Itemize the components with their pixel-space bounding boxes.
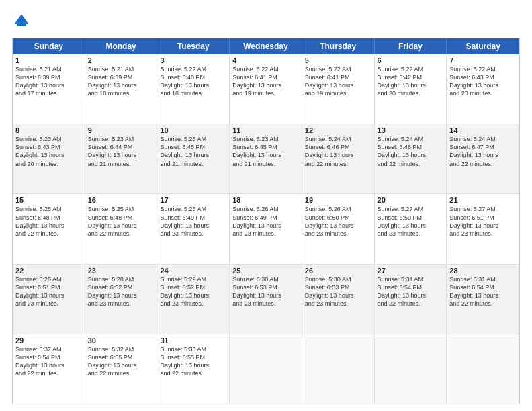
day-info: Sunrise: 5:26 AM Sunset: 6:50 PM Dayligh… [305, 205, 371, 238]
day-number: 20 [378, 196, 444, 204]
calendar-body: 1Sunrise: 5:21 AM Sunset: 6:39 PM Daylig… [13, 54, 519, 404]
day-number: 8 [15, 126, 82, 134]
page: SundayMondayTuesdayWednesdayThursdayFrid… [0, 0, 532, 411]
day-number: 5 [305, 56, 371, 64]
calendar-cell: 16Sunrise: 5:25 AM Sunset: 6:48 PM Dayli… [85, 194, 158, 263]
day-number: 18 [232, 196, 299, 204]
calendar-cell: 10Sunrise: 5:23 AM Sunset: 6:45 PM Dayli… [157, 124, 230, 193]
header-day-sunday: Sunday [13, 38, 85, 54]
day-info: Sunrise: 5:21 AM Sunset: 6:39 PM Dayligh… [15, 65, 82, 98]
day-number: 28 [449, 267, 517, 275]
calendar-cell: 26Sunrise: 5:30 AM Sunset: 6:53 PM Dayli… [302, 265, 375, 334]
calendar-cell: 6Sunrise: 5:22 AM Sunset: 6:42 PM Daylig… [375, 54, 447, 124]
calendar-cell: 24Sunrise: 5:29 AM Sunset: 6:52 PM Dayli… [157, 265, 230, 334]
calendar-cell: 9Sunrise: 5:23 AM Sunset: 6:44 PM Daylig… [85, 124, 158, 193]
calendar-row: 22Sunrise: 5:28 AM Sunset: 6:51 PM Dayli… [13, 264, 519, 334]
logo [12, 12, 34, 31]
day-number: 16 [88, 196, 154, 204]
day-info: Sunrise: 5:28 AM Sunset: 6:52 PM Dayligh… [88, 275, 154, 308]
day-info: Sunrise: 5:23 AM Sunset: 6:43 PM Dayligh… [15, 135, 82, 168]
day-info: Sunrise: 5:32 AM Sunset: 6:54 PM Dayligh… [15, 345, 82, 378]
calendar: SundayMondayTuesdayWednesdayThursdayFrid… [12, 38, 520, 404]
calendar-cell: 4Sunrise: 5:22 AM Sunset: 6:41 PM Daylig… [230, 54, 302, 124]
day-info: Sunrise: 5:33 AM Sunset: 6:55 PM Dayligh… [160, 345, 226, 378]
day-info: Sunrise: 5:23 AM Sunset: 6:44 PM Dayligh… [88, 135, 154, 168]
calendar-cell: 8Sunrise: 5:23 AM Sunset: 6:43 PM Daylig… [13, 124, 85, 193]
day-number: 29 [15, 336, 82, 345]
calendar-cell: 1Sunrise: 5:21 AM Sunset: 6:39 PM Daylig… [13, 54, 85, 124]
calendar-cell [375, 334, 447, 404]
day-number: 3 [160, 56, 226, 64]
calendar-cell: 21Sunrise: 5:27 AM Sunset: 6:51 PM Dayli… [447, 194, 519, 263]
calendar-row: 29Sunrise: 5:32 AM Sunset: 6:54 PM Dayli… [13, 334, 519, 404]
day-info: Sunrise: 5:23 AM Sunset: 6:45 PM Dayligh… [232, 135, 299, 168]
calendar-cell: 20Sunrise: 5:27 AM Sunset: 6:50 PM Dayli… [375, 194, 447, 263]
calendar-header: SundayMondayTuesdayWednesdayThursdayFrid… [13, 38, 519, 54]
header-day-wednesday: Wednesday [230, 38, 302, 54]
day-number: 1 [15, 56, 82, 64]
calendar-cell: 14Sunrise: 5:24 AM Sunset: 6:47 PM Dayli… [447, 124, 519, 193]
calendar-cell: 5Sunrise: 5:22 AM Sunset: 6:41 PM Daylig… [302, 54, 375, 124]
logo-icon [12, 12, 31, 31]
calendar-cell [302, 334, 375, 404]
calendar-cell: 30Sunrise: 5:32 AM Sunset: 6:55 PM Dayli… [85, 334, 158, 404]
calendar-cell: 15Sunrise: 5:25 AM Sunset: 6:48 PM Dayli… [13, 194, 85, 263]
svg-rect-1 [17, 24, 26, 27]
calendar-cell: 17Sunrise: 5:26 AM Sunset: 6:49 PM Dayli… [157, 194, 230, 263]
day-info: Sunrise: 5:27 AM Sunset: 6:50 PM Dayligh… [378, 205, 444, 238]
day-number: 7 [449, 56, 517, 64]
calendar-cell: 23Sunrise: 5:28 AM Sunset: 6:52 PM Dayli… [85, 265, 158, 334]
header-day-thursday: Thursday [302, 38, 375, 54]
svg-marker-0 [15, 15, 29, 24]
day-number: 2 [88, 56, 154, 64]
header [12, 12, 520, 31]
day-number: 22 [15, 267, 82, 275]
day-info: Sunrise: 5:25 AM Sunset: 6:48 PM Dayligh… [15, 205, 82, 238]
calendar-cell: 27Sunrise: 5:31 AM Sunset: 6:54 PM Dayli… [375, 265, 447, 334]
day-number: 11 [232, 126, 299, 134]
calendar-cell: 2Sunrise: 5:21 AM Sunset: 6:39 PM Daylig… [85, 54, 158, 124]
day-number: 25 [232, 267, 299, 275]
day-info: Sunrise: 5:28 AM Sunset: 6:51 PM Dayligh… [15, 275, 82, 308]
header-day-friday: Friday [375, 38, 447, 54]
day-info: Sunrise: 5:24 AM Sunset: 6:46 PM Dayligh… [378, 135, 444, 168]
calendar-cell: 11Sunrise: 5:23 AM Sunset: 6:45 PM Dayli… [230, 124, 302, 193]
day-number: 17 [160, 196, 226, 204]
day-number: 24 [160, 267, 226, 275]
day-number: 23 [88, 267, 154, 275]
day-number: 14 [449, 126, 517, 134]
day-number: 31 [160, 336, 226, 345]
day-number: 13 [378, 126, 444, 134]
day-info: Sunrise: 5:30 AM Sunset: 6:53 PM Dayligh… [305, 275, 371, 308]
header-day-tuesday: Tuesday [157, 38, 230, 54]
day-info: Sunrise: 5:31 AM Sunset: 6:54 PM Dayligh… [378, 275, 444, 308]
day-number: 15 [15, 196, 82, 204]
calendar-cell: 18Sunrise: 5:26 AM Sunset: 6:49 PM Dayli… [230, 194, 302, 263]
day-info: Sunrise: 5:32 AM Sunset: 6:55 PM Dayligh… [88, 345, 154, 378]
calendar-cell: 13Sunrise: 5:24 AM Sunset: 6:46 PM Dayli… [375, 124, 447, 193]
day-number: 12 [305, 126, 371, 134]
day-number: 27 [378, 267, 444, 275]
day-info: Sunrise: 5:29 AM Sunset: 6:52 PM Dayligh… [160, 275, 226, 308]
day-info: Sunrise: 5:24 AM Sunset: 6:47 PM Dayligh… [449, 135, 517, 168]
calendar-row: 15Sunrise: 5:25 AM Sunset: 6:48 PM Dayli… [13, 193, 519, 263]
calendar-cell [447, 334, 519, 404]
day-info: Sunrise: 5:22 AM Sunset: 6:40 PM Dayligh… [160, 65, 226, 98]
calendar-cell: 19Sunrise: 5:26 AM Sunset: 6:50 PM Dayli… [302, 194, 375, 263]
day-number: 21 [449, 196, 517, 204]
day-number: 10 [160, 126, 226, 134]
calendar-cell [230, 334, 302, 404]
calendar-cell: 28Sunrise: 5:31 AM Sunset: 6:54 PM Dayli… [447, 265, 519, 334]
calendar-cell: 12Sunrise: 5:24 AM Sunset: 6:46 PM Dayli… [302, 124, 375, 193]
day-info: Sunrise: 5:25 AM Sunset: 6:48 PM Dayligh… [88, 205, 154, 238]
day-info: Sunrise: 5:26 AM Sunset: 6:49 PM Dayligh… [160, 205, 226, 238]
calendar-cell: 25Sunrise: 5:30 AM Sunset: 6:53 PM Dayli… [230, 265, 302, 334]
day-number: 30 [88, 336, 154, 345]
calendar-cell: 29Sunrise: 5:32 AM Sunset: 6:54 PM Dayli… [13, 334, 85, 404]
day-number: 9 [88, 126, 154, 134]
calendar-row: 1Sunrise: 5:21 AM Sunset: 6:39 PM Daylig… [13, 54, 519, 124]
day-number: 26 [305, 267, 371, 275]
day-info: Sunrise: 5:31 AM Sunset: 6:54 PM Dayligh… [449, 275, 517, 308]
day-info: Sunrise: 5:22 AM Sunset: 6:41 PM Dayligh… [232, 65, 299, 98]
day-info: Sunrise: 5:23 AM Sunset: 6:45 PM Dayligh… [160, 135, 226, 168]
